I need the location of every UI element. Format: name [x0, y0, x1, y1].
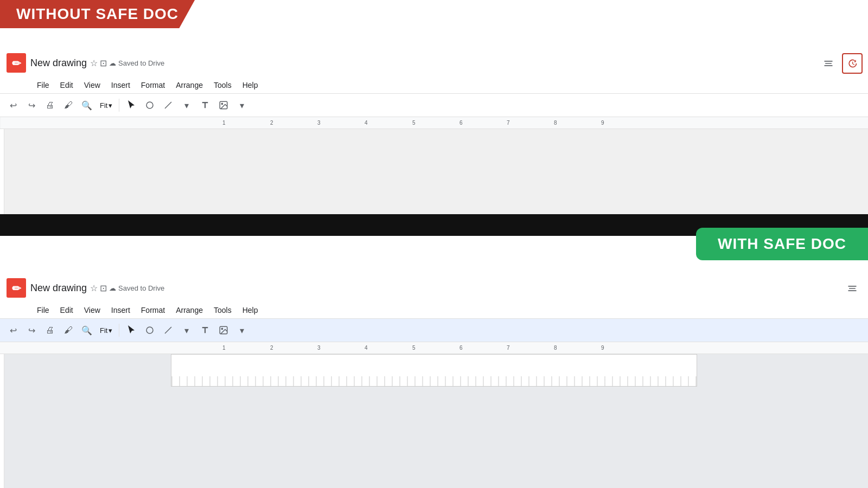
- top-paintformat-button[interactable]: 🖌: [60, 97, 77, 114]
- bottom-guide-dots: [171, 376, 697, 386]
- top-shapes-button[interactable]: [141, 97, 158, 114]
- svg-line-3: [165, 102, 171, 108]
- bottom-left-margin: [0, 354, 4, 488]
- bottom-redo-button[interactable]: ↪: [23, 322, 40, 339]
- top-comment-button[interactable]: [818, 53, 839, 74]
- svg-text:4: 4: [365, 120, 368, 126]
- app-icon: ✏: [7, 53, 26, 73]
- top-line-button[interactable]: [159, 97, 177, 114]
- bottom-canvas-white: [171, 354, 697, 387]
- top-image-button[interactable]: [215, 97, 232, 114]
- top-redo-button[interactable]: ↪: [23, 97, 40, 114]
- bottom-shapes-button[interactable]: [141, 322, 158, 339]
- bottom-menu-view[interactable]: View: [80, 304, 105, 317]
- top-ruler: 1 2 3 4 5 6 7 8 9: [0, 117, 868, 129]
- top-menu-arrange[interactable]: Arrange: [171, 79, 207, 92]
- bottom-zoom-chevron: ▾: [108, 326, 112, 335]
- bottom-image-dropdown[interactable]: ▾: [233, 322, 251, 339]
- bottom-title-bar: ✏ New drawing ☆ ⊡ ☁ Saved to Drive: [0, 274, 868, 302]
- top-drawing-panel: ✏ New drawing ☆ ⊡ ☁ Saved to Drive File …: [0, 49, 868, 214]
- svg-text:7: 7: [507, 345, 510, 351]
- svg-text:2: 2: [270, 120, 273, 126]
- svg-text:5: 5: [412, 120, 416, 126]
- bottom-menu-arrange[interactable]: Arrange: [171, 304, 207, 317]
- top-cloud-icon: ☁: [109, 59, 116, 67]
- top-saved-text: Saved to Drive: [118, 59, 164, 67]
- svg-text:9: 9: [601, 120, 604, 126]
- bottom-folder-icon[interactable]: ⊡: [100, 283, 107, 293]
- top-undo-button[interactable]: ↩: [4, 97, 22, 114]
- top-left-margin: [0, 129, 4, 214]
- bottom-separator-1: [119, 324, 119, 337]
- bottom-print-button[interactable]: 🖨: [41, 322, 59, 339]
- top-text-button[interactable]: [196, 97, 214, 114]
- bottom-comment-button[interactable]: [842, 278, 863, 299]
- svg-point-19: [146, 327, 153, 333]
- version-history-button[interactable]: [842, 53, 863, 74]
- svg-text:3: 3: [317, 345, 321, 351]
- bottom-menu-help[interactable]: Help: [238, 304, 263, 317]
- bottom-menu-format[interactable]: Format: [137, 304, 169, 317]
- svg-text:8: 8: [554, 345, 557, 351]
- svg-point-22: [222, 328, 223, 329]
- bottom-zoom-select[interactable]: Fit ▾: [97, 324, 116, 337]
- svg-text:✏: ✏: [12, 57, 22, 69]
- top-toolbar: ↩ ↪ 🖨 🖌 🔍 Fit ▾ ▾ ▾: [0, 93, 868, 117]
- bottom-canvas-area: [0, 354, 868, 488]
- bottom-paintformat-button[interactable]: 🖌: [60, 322, 77, 339]
- svg-text:3: 3: [317, 120, 321, 126]
- top-zoom-icon[interactable]: 🔍: [78, 97, 95, 114]
- top-menu-tools[interactable]: Tools: [209, 79, 236, 92]
- svg-point-2: [146, 102, 153, 108]
- svg-text:1: 1: [222, 120, 226, 126]
- top-menu-help[interactable]: Help: [238, 79, 263, 92]
- bottom-star-icon[interactable]: ☆: [90, 283, 98, 293]
- top-line-dropdown[interactable]: ▾: [178, 97, 195, 114]
- bottom-saved-text: Saved to Drive: [118, 284, 164, 292]
- bottom-menu-insert[interactable]: Insert: [107, 304, 135, 317]
- top-print-button[interactable]: 🖨: [41, 97, 59, 114]
- top-banner: WITHOUT SAFE DOC: [0, 0, 195, 28]
- svg-text:7: 7: [507, 120, 510, 126]
- bottom-text-button[interactable]: [196, 322, 214, 339]
- top-star-icon[interactable]: ☆: [90, 58, 98, 68]
- bottom-ruler: 1 2 3 4 5 6 7 8 9: [0, 342, 868, 354]
- top-zoom-value: Fit: [100, 101, 107, 110]
- svg-rect-23: [0, 342, 868, 354]
- top-separator-1: [119, 99, 119, 112]
- bottom-undo-button[interactable]: ↩: [4, 322, 22, 339]
- svg-text:2: 2: [270, 345, 273, 351]
- top-menu-view[interactable]: View: [80, 79, 105, 92]
- bottom-line-dropdown[interactable]: ▾: [178, 322, 195, 339]
- bottom-zoom-icon[interactable]: 🔍: [78, 322, 95, 339]
- bottom-saved-status: ☁ Saved to Drive: [109, 284, 164, 292]
- bottom-toolbar: ↩ ↪ 🖨 🖌 🔍 Fit ▾ ▾ ▾: [0, 318, 868, 342]
- svg-text:8: 8: [554, 120, 557, 126]
- bottom-line-button[interactable]: [159, 322, 177, 339]
- bottom-cursor-button[interactable]: [123, 322, 140, 339]
- top-image-dropdown[interactable]: ▾: [233, 97, 251, 114]
- bottom-menu-file[interactable]: File: [33, 304, 54, 317]
- bottom-menu-bar: File Edit View Insert Format Arrange Too…: [0, 302, 868, 318]
- bottom-app-icon: ✏: [7, 278, 26, 298]
- top-folder-icon[interactable]: ⊡: [100, 58, 107, 68]
- top-cursor-button[interactable]: [123, 97, 140, 114]
- bottom-doc-title: New drawing: [30, 282, 87, 294]
- top-menu-bar: File Edit View Insert Format Arrange Too…: [0, 77, 868, 93]
- top-zoom-chevron: ▾: [108, 101, 112, 110]
- bottom-cloud-icon: ☁: [109, 284, 116, 292]
- svg-text:6: 6: [459, 345, 463, 351]
- top-doc-title: New drawing: [30, 57, 87, 69]
- bottom-banner: WITH SAFE DOC: [696, 228, 868, 260]
- top-menu-format[interactable]: Format: [137, 79, 169, 92]
- bottom-menu-tools[interactable]: Tools: [209, 304, 236, 317]
- bottom-menu-edit[interactable]: Edit: [56, 304, 78, 317]
- top-menu-edit[interactable]: Edit: [56, 79, 78, 92]
- top-menu-file[interactable]: File: [33, 79, 54, 92]
- top-menu-insert[interactable]: Insert: [107, 79, 135, 92]
- top-saved-status: ☁ Saved to Drive: [109, 59, 164, 67]
- svg-point-5: [222, 103, 223, 104]
- bottom-image-button[interactable]: [215, 322, 232, 339]
- svg-text:✏: ✏: [12, 282, 22, 294]
- top-zoom-select[interactable]: Fit ▾: [97, 99, 116, 112]
